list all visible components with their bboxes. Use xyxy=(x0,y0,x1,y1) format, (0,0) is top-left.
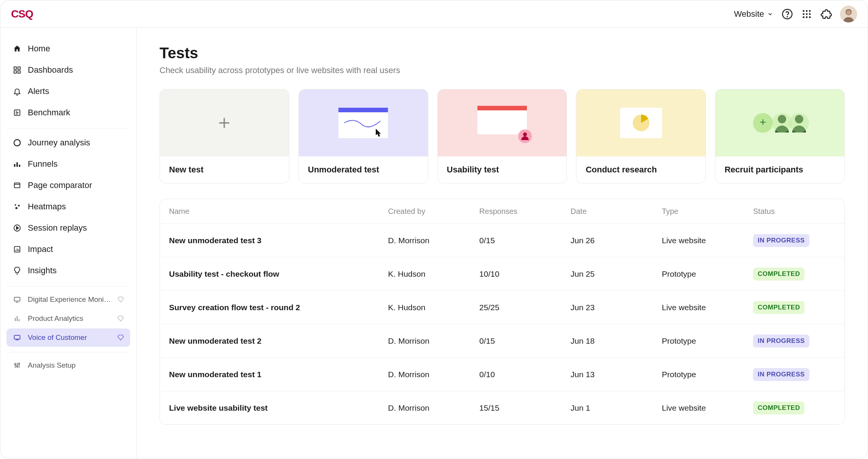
svg-point-39 xyxy=(523,132,527,136)
project-selector[interactable]: Website xyxy=(734,9,773,19)
sidebar-item-impact[interactable]: Impact xyxy=(6,239,130,260)
table-row[interactable]: Usability test - checkout flowK. Hudson1… xyxy=(160,257,844,290)
card-recruit[interactable]: +Recruit participants xyxy=(715,89,845,183)
svg-point-8 xyxy=(803,16,805,18)
gem-icon xyxy=(117,296,124,303)
table-row[interactable]: New unmoderated test 2D. Morrison0/15Jun… xyxy=(160,324,844,357)
project-selector-label: Website xyxy=(734,9,764,19)
card-label: Usability test xyxy=(438,156,567,183)
card-illustration xyxy=(160,89,289,156)
card-label: Unmoderated test xyxy=(299,156,428,183)
sidebar-item-label: Page comparator xyxy=(28,180,124,190)
status-badge: COMPLETED xyxy=(753,268,804,280)
sidebar-item-journey-analysis[interactable]: Journey analysis xyxy=(6,132,130,153)
card-usability[interactable]: Usability test xyxy=(437,89,567,183)
table-cell-date: Jun 1 xyxy=(571,403,662,413)
svg-point-4 xyxy=(809,10,811,12)
sidebar-item-funnels[interactable]: Funnels xyxy=(6,154,130,174)
sidebar-item-dashboards[interactable]: Dashboards xyxy=(6,60,130,80)
sidebar-item-voc[interactable]: Voice of Customer xyxy=(6,328,130,347)
table-cell-type: Live website xyxy=(662,403,753,413)
sidebar-item-product-analytics[interactable]: Product Analytics xyxy=(6,309,130,328)
table-header-cell: Created by xyxy=(388,207,479,216)
gem-icon xyxy=(117,334,124,341)
table-cell-name: Survey creation flow test - round 2 xyxy=(169,303,388,312)
svg-rect-30 xyxy=(14,335,20,339)
sidebar: HomeDashboardsAlertsBenchmarkJourney ana… xyxy=(0,28,137,459)
card-new-test[interactable]: New test xyxy=(160,89,289,183)
table-cell-created_by: D. Morrison xyxy=(388,236,479,245)
table-cell-type: Prototype xyxy=(662,269,753,279)
table-cell-status: IN PROGRESS xyxy=(753,368,835,381)
table-cell-status: COMPLETED xyxy=(753,268,835,280)
svg-rect-20 xyxy=(14,164,16,167)
help-icon[interactable] xyxy=(782,8,793,20)
sidebar-item-heatmaps[interactable]: Heatmaps xyxy=(6,196,130,217)
avatar[interactable] xyxy=(840,6,857,22)
action-cards: New testUnmoderated testUsability testCo… xyxy=(160,89,845,183)
table-cell-date: Jun 18 xyxy=(571,336,662,346)
svg-point-47 xyxy=(789,113,809,133)
topbar: CSQ Website xyxy=(0,0,868,28)
svg-rect-16 xyxy=(14,71,16,73)
table-row[interactable]: Survey creation flow test - round 2K. Hu… xyxy=(160,290,844,324)
sidebar-item-home[interactable]: Home xyxy=(6,38,130,59)
card-label: Conduct research xyxy=(576,156,705,183)
brand-logo[interactable]: CSQ xyxy=(11,8,33,20)
svg-rect-29 xyxy=(14,297,20,301)
benchmark-icon xyxy=(13,108,22,117)
sidebar-item-insights[interactable]: Insights xyxy=(6,260,130,281)
table-header-cell: Responses xyxy=(479,207,571,216)
svg-point-24 xyxy=(15,204,16,206)
card-research[interactable]: Conduct research xyxy=(576,89,706,183)
table-cell-responses: 25/25 xyxy=(479,303,571,312)
table-row[interactable]: Live website usability testD. Morrison15… xyxy=(160,391,844,424)
table-cell-date: Jun 25 xyxy=(571,269,662,279)
tests-table: NameCreated byResponsesDateTypeStatusNew… xyxy=(160,199,845,425)
table-cell-name: New unmoderated test 1 xyxy=(169,370,388,379)
table-cell-type: Live website xyxy=(662,236,753,245)
svg-point-25 xyxy=(18,205,20,207)
svg-point-32 xyxy=(16,366,18,367)
card-unmoderated[interactable]: Unmoderated test xyxy=(298,89,428,183)
table-cell-type: Live website xyxy=(662,303,753,312)
svg-point-33 xyxy=(18,363,19,364)
sidebar-item-page-comparator[interactable]: Page comparator xyxy=(6,175,130,196)
svg-text:+: + xyxy=(760,116,766,128)
sidebar-item-session-replays[interactable]: Session replays xyxy=(6,218,130,238)
sidebar-item-label: Digital Experience Monitor... xyxy=(28,295,111,304)
svg-rect-17 xyxy=(18,71,20,73)
apps-grid-icon[interactable] xyxy=(801,9,812,19)
product-analytics-icon xyxy=(13,314,22,323)
extension-icon[interactable] xyxy=(820,8,832,20)
sidebar-item-label: Journey analysis xyxy=(28,138,124,148)
table-cell-responses: 10/10 xyxy=(479,269,571,279)
svg-point-1 xyxy=(787,16,787,17)
sidebar-item-benchmark[interactable]: Benchmark xyxy=(6,102,130,123)
table-cell-name: New unmoderated test 3 xyxy=(169,236,388,245)
sidebar-item-dem[interactable]: Digital Experience Monitor... xyxy=(6,290,130,309)
table-row[interactable]: New unmoderated test 3D. Morrison0/15Jun… xyxy=(160,223,844,257)
session-replays-icon xyxy=(13,223,22,233)
table-cell-status: COMPLETED xyxy=(753,402,835,414)
impact-icon xyxy=(13,245,22,254)
sidebar-item-label: Benchmark xyxy=(28,108,124,118)
sidebar-item-analysis-setup[interactable]: Analysis Setup xyxy=(6,356,130,375)
funnels-icon xyxy=(13,159,22,169)
table-header-cell: Type xyxy=(662,207,753,216)
journey-analysis-icon xyxy=(13,138,22,147)
sidebar-item-label: Heatmaps xyxy=(28,202,124,212)
main-content: Tests Check usability across prototypes … xyxy=(137,28,868,459)
table-row[interactable]: New unmoderated test 1D. Morrison0/10Jun… xyxy=(160,357,844,391)
svg-point-10 xyxy=(809,16,811,18)
table-cell-responses: 0/15 xyxy=(479,336,571,346)
table-header-cell: Date xyxy=(571,207,662,216)
svg-point-2 xyxy=(803,10,805,12)
card-illustration: + xyxy=(715,89,844,156)
sidebar-item-alerts[interactable]: Alerts xyxy=(6,81,130,102)
svg-rect-21 xyxy=(16,162,18,167)
status-badge: IN PROGRESS xyxy=(753,234,809,247)
gem-icon xyxy=(117,315,124,322)
sidebar-item-label: Analysis Setup xyxy=(28,361,124,370)
table-cell-name: Live website usability test xyxy=(169,403,388,413)
